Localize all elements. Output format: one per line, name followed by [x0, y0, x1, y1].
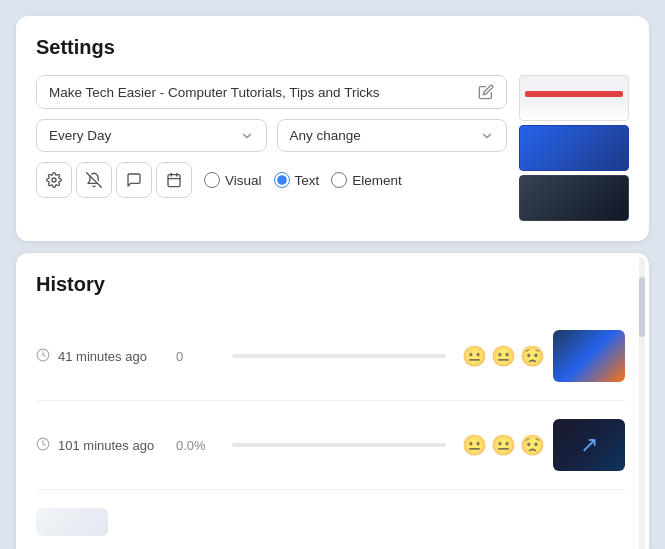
svg-line-1 [87, 173, 102, 188]
thumbnail-2 [519, 125, 629, 171]
history-item-2: 101 minutes ago 0.0% 😐 😐 😟 ↗ [36, 401, 625, 490]
radio-element-text: Element [352, 173, 402, 188]
scrollbar-thumb[interactable] [639, 277, 645, 337]
history-title: History [36, 273, 625, 296]
frequency-dropdown[interactable]: Every Day [36, 119, 267, 152]
svg-point-0 [52, 178, 56, 182]
bell-off-button[interactable] [76, 162, 112, 198]
dropdowns-row: Every Day Any change [36, 119, 507, 152]
history-card: History 41 minutes ago 0 😐 😐 [16, 253, 649, 549]
emoji-sad-1[interactable]: 😟 [520, 344, 545, 368]
gear-button[interactable] [36, 162, 72, 198]
scrollbar-track [639, 257, 645, 549]
url-text: Make Tech Easier - Computer Tutorials, T… [49, 85, 470, 100]
radio-text[interactable] [274, 172, 290, 188]
settings-left: Make Tech Easier - Computer Tutorials, T… [36, 75, 507, 198]
history-card-wrapper: History 41 minutes ago 0 😐 😐 [16, 253, 649, 549]
history-thumbnail-1 [553, 330, 625, 382]
external-link-icon: ↗ [580, 432, 598, 458]
change-dropdown[interactable]: Any change [277, 119, 508, 152]
history-item-3 [36, 490, 625, 540]
history-time-2: 101 minutes ago [58, 438, 168, 453]
emoji-group-1: 😐 😐 😟 [462, 344, 545, 368]
radio-element-label[interactable]: Element [331, 172, 402, 188]
radio-visual[interactable] [204, 172, 220, 188]
emoji-neutral-1[interactable]: 😐 [462, 344, 487, 368]
emoji-neutral-2[interactable]: 😐 [491, 344, 516, 368]
history-value-1: 0 [176, 349, 216, 364]
clock-icon-2 [36, 437, 50, 454]
clock-icon-1 [36, 348, 50, 365]
history-item: 41 minutes ago 0 😐 😐 😟 [36, 312, 625, 401]
calendar-button[interactable] [156, 162, 192, 198]
comment-button[interactable] [116, 162, 152, 198]
progress-bar-2 [232, 443, 446, 447]
settings-card: Settings Make Tech Easier - Computer Tut… [16, 16, 649, 241]
radio-text-text: Text [295, 173, 320, 188]
edit-icon[interactable] [478, 84, 494, 100]
emoji-sad-2[interactable]: 😟 [520, 433, 545, 457]
scrollbar[interactable] [637, 253, 647, 549]
frequency-label: Every Day [49, 128, 111, 143]
thumbnail-3 [519, 175, 629, 221]
progress-bar-1 [232, 354, 446, 358]
thumbnail-1 [519, 75, 629, 121]
history-time-1: 41 minutes ago [58, 349, 168, 364]
history-thumbnail-2: ↗ [553, 419, 625, 471]
url-row[interactable]: Make Tech Easier - Computer Tutorials, T… [36, 75, 507, 109]
emoji-neutral-4[interactable]: 😐 [491, 433, 516, 457]
radio-visual-label[interactable]: Visual [204, 172, 262, 188]
thumbnail-panel [519, 75, 629, 221]
radio-visual-text: Visual [225, 173, 262, 188]
svg-rect-2 [168, 175, 180, 187]
icons-radio-row: Visual Text Element [36, 162, 507, 198]
radio-element[interactable] [331, 172, 347, 188]
radio-group: Visual Text Element [204, 172, 402, 188]
history-thumbnail-3 [36, 508, 108, 536]
emoji-neutral-3[interactable]: 😐 [462, 433, 487, 457]
history-value-2: 0.0% [176, 438, 216, 453]
emoji-group-2: 😐 😐 😟 [462, 433, 545, 457]
settings-title: Settings [36, 36, 629, 59]
settings-content: Make Tech Easier - Computer Tutorials, T… [36, 75, 629, 221]
radio-text-label[interactable]: Text [274, 172, 320, 188]
change-label: Any change [290, 128, 361, 143]
history-list: 41 minutes ago 0 😐 😐 😟 [36, 312, 625, 540]
